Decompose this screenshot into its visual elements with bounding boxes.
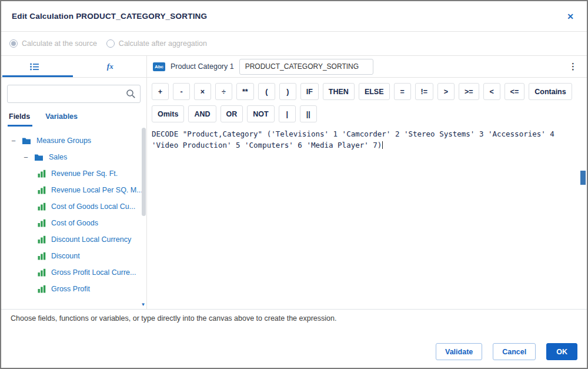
tree-item-measure[interactable]: Gross Profit Local Curre... [1,264,146,281]
radio-calculate-after-aggregation[interactable]: Calculate after aggregation [106,39,207,48]
fx-icon: fx [107,62,113,71]
op-else-button[interactable]: ELSE [359,83,390,100]
scroll-down-icon[interactable]: ▼ [141,302,146,308]
search-input[interactable] [7,85,141,103]
measure-chart-icon [38,202,46,211]
tree-item-measure[interactable]: Cost of Goods [1,215,146,231]
tree-item-label: Discount [51,252,80,260]
op-not-button[interactable]: NOT [247,105,274,122]
expression-text: DECODE "Product,Category" ('Televisions'… [152,129,554,149]
op-pipe-button[interactable]: | [279,105,296,122]
op-and-button[interactable]: AND [188,105,216,122]
subtab-variables[interactable]: Variables [45,107,78,127]
tree-item-measure[interactable]: Gross Profit [1,281,146,297]
operator-row-1: + - × ÷ ** ( ) IF THEN ELSE = != > >= < … [147,78,587,100]
op-close-paren-button[interactable]: ) [279,83,296,100]
op-less-button[interactable]: < [483,83,500,100]
op-power-button[interactable]: ** [236,83,254,100]
op-less-equal-button[interactable]: <= [505,83,525,100]
op-not-equals-button[interactable]: != [415,83,433,100]
fields-tree: − Measure Groups − Sales [1,127,146,309]
kebab-menu-icon[interactable]: ⋮ [565,61,581,72]
tree-item-measure[interactable]: Cost of Goods Local Cu... [1,198,146,215]
op-then-button[interactable]: THEN [323,83,355,100]
footer: Validate Cancel OK [1,327,587,368]
close-icon[interactable]: ✕ [564,11,576,22]
op-greater-equal-button[interactable]: >= [459,83,479,100]
tree-item-measure[interactable]: Discount Local Currency [1,231,146,248]
ok-button[interactable]: OK [546,343,577,360]
tab-functions[interactable]: fx [74,56,147,77]
search-wrap [7,85,141,103]
measure-chart-icon [38,186,46,194]
edit-calculation-dialog: Edit Calculation PRODUCT_CATEGORY_SORTIN… [0,0,588,369]
tree-item-label: Cost of Goods [51,219,98,227]
folder-icon [22,137,31,145]
tree-item-measure[interactable]: Discount [1,248,146,264]
calculation-name-row: Abc Product Category 1 ⋮ [147,56,587,78]
op-if-button[interactable]: IF [300,83,319,100]
search-icon [126,89,136,101]
measure-chart-icon [38,169,46,178]
calculation-mode-row: Calculate at the source Calculate after … [1,32,587,56]
radio-icon [9,39,18,48]
calculation-name-input[interactable] [239,59,373,75]
dialog-header: Edit Calculation PRODUCT_CATEGORY_SORTIN… [1,1,587,32]
op-double-pipe-button[interactable]: || [300,105,317,122]
tree-item-label: Measure Groups [36,137,91,145]
folder-icon [34,154,44,161]
measure-chart-icon [38,268,46,277]
cancel-button[interactable]: Cancel [493,343,536,360]
tree-item-label: Gross Profit Local Curre... [51,268,136,277]
operator-row-2: Omits AND OR NOT | || [147,100,587,122]
tree-item-sales[interactable]: − Sales [1,149,146,165]
radio-calculate-at-source[interactable]: Calculate at the source [9,39,97,48]
op-or-button[interactable]: OR [220,105,243,122]
left-panel: fx Fields Variables − [1,56,147,309]
tree-item-label: Gross Profit [51,285,90,293]
tree-scrollbar-thumb[interactable] [142,128,146,216]
radio-label: Calculate at the source [22,39,97,48]
abc-type-icon: Abc [153,62,165,71]
subtab-fields[interactable]: Fields [9,107,30,127]
list-icon [30,63,39,71]
tree-item-label: Cost of Goods Local Cu... [51,202,135,211]
left-subtabs: Fields Variables [1,107,146,127]
op-open-paren-button[interactable]: ( [258,83,275,100]
expression-canvas[interactable]: DECODE "Product,Category" ('Televisions'… [147,122,587,309]
radio-label: Calculate after aggregation [119,39,207,48]
text-caret [382,141,383,149]
collapse-icon[interactable]: − [10,137,17,145]
tree-scrollbar[interactable]: ▼ [141,128,146,308]
validate-button[interactable]: Validate [436,343,482,360]
tree-item-label: Revenue Per Sq. Ft. [51,169,118,178]
op-greater-button[interactable]: > [437,83,455,100]
hint-bar: Choose fields, functions or variables, o… [1,309,587,327]
tree-item-label: Discount Local Currency [51,235,131,244]
op-plus-button[interactable]: + [152,83,169,100]
op-omits-button[interactable]: Omits [152,105,184,122]
dialog-title: Edit Calculation PRODUCT_CATEGORY_SORTIN… [12,12,207,21]
expression-editor: Abc Product Category 1 ⋮ + - × ÷ ** ( ) … [147,56,587,309]
tree-item-label: Sales [49,153,67,161]
measure-chart-icon [38,235,46,244]
tree-item-measure[interactable]: Revenue Per Sq. Ft. [1,165,146,182]
left-tabbar: fx [1,56,146,78]
radio-icon [106,39,115,48]
op-contains-button[interactable]: Contains [529,83,572,100]
field-label: Product Category 1 [171,62,234,71]
measure-chart-icon [38,219,46,227]
measure-chart-icon [38,252,46,260]
hint-text: Choose fields, functions or variables, o… [11,314,336,323]
tree-item-measure-groups[interactable]: − Measure Groups [1,132,146,149]
canvas-scrollbar-thumb[interactable] [580,171,586,185]
tab-fields-list[interactable] [1,56,74,77]
op-minus-button[interactable]: - [173,83,190,100]
tree-item-measure[interactable]: Revenue Local Per SQ. M... [1,182,146,198]
op-equals-button[interactable]: = [394,83,411,100]
op-multiply-button[interactable]: × [194,83,211,100]
tree-item-label: Revenue Local Per SQ. M... [51,186,143,194]
op-divide-button[interactable]: ÷ [215,83,232,100]
collapse-icon[interactable]: − [22,154,29,161]
measure-chart-icon [38,285,46,293]
